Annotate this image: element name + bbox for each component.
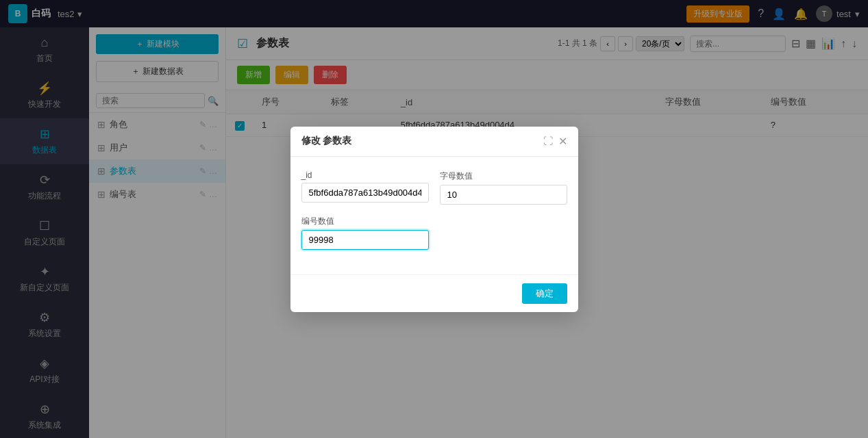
form-group-seq-value: 编号数值: [301, 216, 429, 250]
modal-close-button[interactable]: ✕: [558, 135, 567, 148]
seq-value-field-input[interactable]: [301, 230, 429, 250]
form-row-1: _id 字母数值: [301, 170, 567, 205]
letter-field-label: 字母数值: [440, 170, 567, 182]
modal-footer: 确定: [290, 274, 578, 312]
seq-value-field-label: 编号数值: [301, 216, 429, 227]
letter-field-input[interactable]: [440, 185, 567, 205]
modal-header-icons: ⛶ ✕: [543, 135, 567, 148]
id-field-label: _id: [301, 170, 429, 180]
expand-icon[interactable]: ⛶: [543, 136, 553, 146]
modal-overlay: 修改 参数表 ⛶ ✕ _id 字母数值 编号数值: [0, 0, 868, 438]
form-group-id: _id: [301, 170, 429, 205]
form-group-letter: 字母数值: [440, 170, 567, 205]
modal-header: 修改 参数表 ⛶ ✕: [290, 127, 578, 157]
form-row-2: 编号数值: [301, 216, 567, 250]
form-group-placeholder: [440, 216, 567, 250]
confirm-button[interactable]: 确定: [522, 283, 567, 304]
edit-modal: 修改 参数表 ⛶ ✕ _id 字母数值 编号数值: [290, 127, 578, 312]
id-field-input[interactable]: [301, 183, 429, 203]
modal-body: _id 字母数值 编号数值: [290, 157, 578, 274]
modal-title: 修改 参数表: [301, 135, 352, 147]
